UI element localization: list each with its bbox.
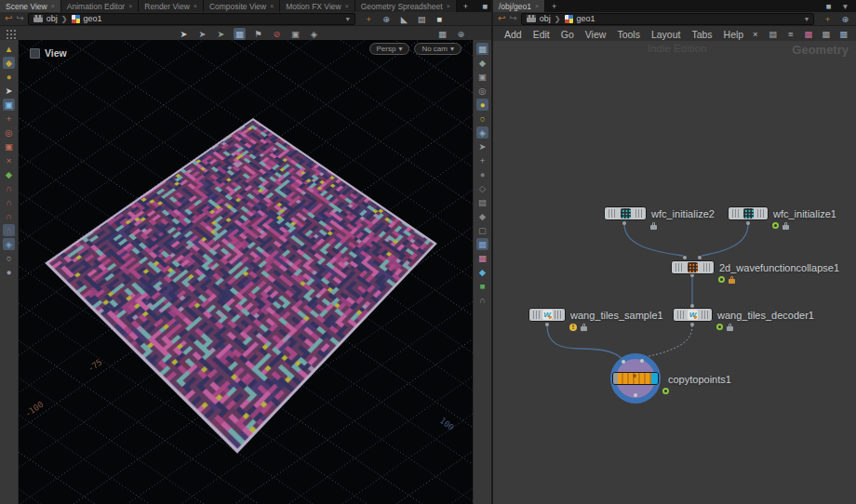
show-handles-icon[interactable]: ▲ bbox=[3, 43, 15, 55]
breadcrumb-root[interactable]: obj bbox=[540, 14, 551, 23]
selection-flag-icon[interactable]: ⚑ bbox=[252, 28, 264, 40]
menu-help[interactable]: Help bbox=[718, 29, 750, 40]
camera-select-button[interactable]: No cam ▾ bbox=[414, 43, 461, 55]
view-magnify-icon[interactable]: ◈ bbox=[476, 126, 488, 139]
help-context-icon[interactable]: ⊕ bbox=[455, 28, 467, 40]
uv-grid-icon[interactable]: ▦ bbox=[476, 252, 488, 264]
node-body[interactable]: W bbox=[673, 308, 713, 322]
lock-selection-icon[interactable]: ▣ bbox=[3, 99, 15, 111]
menu-tabs[interactable]: Tabs bbox=[686, 29, 717, 40]
select-objects-icon[interactable]: ➤ bbox=[196, 28, 208, 40]
path-dropdown-icon[interactable]: ▾ bbox=[346, 15, 350, 23]
lock-camera-icon[interactable]: ▣ bbox=[476, 71, 488, 83]
new-tab-button[interactable]: + bbox=[545, 0, 563, 12]
network-pane-tab[interactable]: /obj/geo1× bbox=[493, 0, 545, 12]
node-connector-dot[interactable] bbox=[622, 360, 625, 364]
link-globe-icon[interactable]: ⊕ bbox=[839, 13, 851, 25]
node-label[interactable]: wang_tiles_decoder1 bbox=[717, 310, 814, 321]
viewport-menu-icon[interactable] bbox=[30, 48, 40, 59]
pane-window-icon[interactable]: ■ bbox=[479, 0, 491, 12]
node-body[interactable]: W bbox=[528, 308, 566, 322]
menu-go[interactable]: Go bbox=[555, 29, 580, 40]
snap-point-icon[interactable]: ∩ bbox=[3, 196, 15, 208]
tab-close-icon[interactable]: × bbox=[194, 3, 197, 9]
node-label[interactable]: wfc_initialize2 bbox=[651, 208, 715, 219]
node-body[interactable] bbox=[671, 260, 715, 274]
forward-arrow-icon[interactable]: ↪ bbox=[16, 14, 23, 23]
select-parts-icon[interactable]: ➤ bbox=[215, 28, 227, 40]
back-arrow-icon[interactable]: ↩ bbox=[5, 14, 12, 23]
secure-selection-icon[interactable]: ▦ bbox=[234, 28, 246, 40]
layout-single-icon[interactable]: ▣ bbox=[289, 28, 301, 40]
brush-icon[interactable]: + bbox=[476, 154, 488, 166]
shading-mode-icon[interactable]: ◆ bbox=[476, 57, 488, 69]
view-pivot-icon[interactable]: ◎ bbox=[476, 85, 488, 97]
tab-close-icon[interactable]: × bbox=[270, 3, 274, 9]
persp-view-icon[interactable]: ▦ bbox=[476, 43, 488, 55]
gnomon-icon[interactable]: ◆ bbox=[476, 266, 488, 278]
node-body[interactable] bbox=[728, 206, 769, 220]
node-label[interactable]: wang_tiles_sample1 bbox=[570, 310, 663, 321]
menu-tools[interactable]: Tools bbox=[611, 29, 646, 40]
lock-flag-icon[interactable] bbox=[727, 326, 733, 331]
node-presets-icon[interactable]: ▤ bbox=[767, 28, 779, 40]
warning-flag-icon[interactable]: ! bbox=[569, 324, 577, 331]
link-globe-icon[interactable]: ⊕ bbox=[381, 13, 393, 25]
lock-flag-icon[interactable] bbox=[650, 225, 657, 230]
snap-edge-icon[interactable]: ∩ bbox=[3, 210, 15, 222]
rotate-tool-icon[interactable]: ◎ bbox=[3, 126, 15, 139]
toolbar-drag-handle[interactable] bbox=[5, 28, 17, 39]
multi-view-icon[interactable]: ▦ bbox=[436, 28, 448, 40]
tab-close-icon[interactable]: × bbox=[535, 3, 539, 9]
node-body[interactable]: * bbox=[612, 372, 659, 385]
menu-layout[interactable]: Layout bbox=[646, 29, 687, 40]
pane-tab-1[interactable]: Animation Editor× bbox=[61, 0, 139, 12]
high-quality-light-icon[interactable]: ○ bbox=[476, 113, 488, 125]
breadcrumb-root[interactable]: obj bbox=[47, 14, 58, 23]
orbit-tool-icon[interactable]: ○ bbox=[3, 252, 15, 264]
no-render-icon[interactable]: ⊘ bbox=[271, 28, 283, 40]
lock-flag-icon[interactable] bbox=[581, 326, 587, 331]
pane-tab-5[interactable]: Geometry Spreadsheet× bbox=[355, 0, 457, 12]
node-body[interactable] bbox=[604, 206, 647, 220]
snap-grid-icon[interactable]: ∩ bbox=[3, 182, 15, 194]
split-pane-icon[interactable]: ▤ bbox=[416, 13, 428, 25]
tab-close-icon[interactable]: × bbox=[345, 3, 349, 9]
profile-curves-icon[interactable]: ▢ bbox=[476, 224, 488, 236]
display-flag-icon[interactable] bbox=[716, 324, 723, 330]
network-breadcrumb[interactable]: obj ❯ geo1 ▾ bbox=[521, 13, 814, 25]
point-numbers-icon[interactable]: ▤ bbox=[476, 196, 488, 208]
network-canvas[interactable]: Indie Edition Geometry wfc_initialize2wf… bbox=[493, 41, 856, 504]
select-cursor-icon[interactable]: ➤ bbox=[178, 28, 190, 40]
grid-snap-icon[interactable]: ▦ bbox=[820, 28, 832, 40]
select-tool-icon[interactable]: ➤ bbox=[3, 85, 15, 97]
display-flag-icon[interactable] bbox=[662, 388, 669, 394]
pin-pane-icon[interactable]: + bbox=[822, 13, 834, 25]
display-flag-icon[interactable] bbox=[718, 276, 725, 283]
pane-tab-0[interactable]: Scene View× bbox=[0, 0, 61, 12]
headlight-icon[interactable]: ● bbox=[476, 99, 488, 111]
snap-multi-icon[interactable]: ∩ bbox=[3, 224, 15, 236]
menu-add[interactable]: Add bbox=[499, 29, 528, 40]
lock-flag-icon[interactable] bbox=[782, 225, 789, 230]
hook-icon[interactable]: ∩ bbox=[476, 294, 488, 306]
display-flag-icon[interactable] bbox=[772, 222, 779, 229]
vertex-markers-icon[interactable]: ◆ bbox=[476, 210, 488, 222]
pane-tab-4[interactable]: Motion FX View× bbox=[280, 0, 354, 12]
pane-window-icon[interactable]: ■ bbox=[823, 0, 835, 12]
breadcrumb-node[interactable]: geo1 bbox=[577, 14, 595, 23]
menu-view[interactable]: View bbox=[580, 29, 612, 40]
display-options-icon[interactable]: ◈ bbox=[308, 28, 320, 40]
point-markers-icon[interactable]: ● bbox=[476, 168, 488, 180]
new-tab-button[interactable]: + bbox=[457, 0, 475, 12]
node-connector-dot[interactable] bbox=[634, 393, 637, 397]
tab-close-icon[interactable]: × bbox=[447, 3, 450, 9]
node-connector-dot[interactable] bbox=[640, 359, 644, 363]
pane-tab-3[interactable]: Composite View× bbox=[204, 0, 280, 12]
tab-close-icon[interactable]: × bbox=[128, 3, 132, 9]
world-tool-icon[interactable]: ● bbox=[3, 266, 15, 278]
color-palette-icon[interactable]: ▦ bbox=[802, 28, 814, 40]
parameter-list-icon[interactable]: ≡ bbox=[784, 28, 796, 40]
viewport-3d[interactable]: -75-100100 View Persp ▾ No cam ▾ bbox=[19, 40, 473, 504]
path-dropdown-icon[interactable]: ▾ bbox=[805, 15, 809, 23]
